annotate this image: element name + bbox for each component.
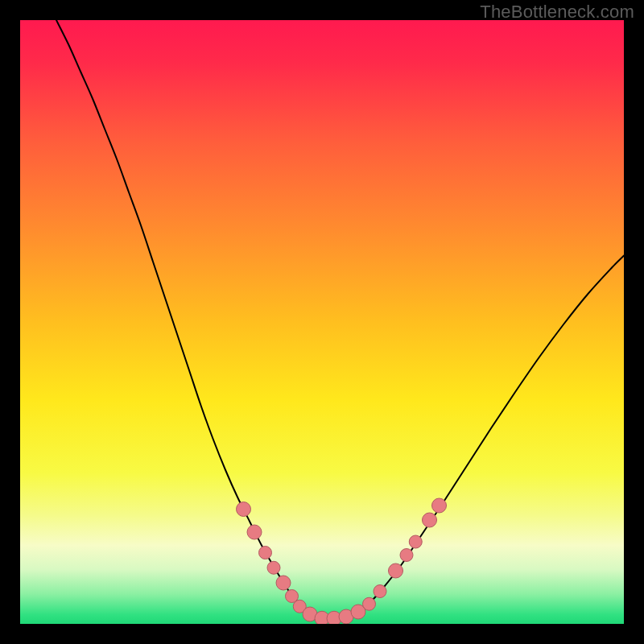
data-marker bbox=[267, 561, 280, 574]
chart-svg bbox=[20, 20, 624, 624]
chart-frame: TheBottleneck.com bbox=[0, 0, 644, 644]
data-marker bbox=[237, 502, 251, 517]
data-marker bbox=[423, 513, 437, 527]
watermark-text: TheBottleneck.com bbox=[480, 2, 634, 23]
data-marker bbox=[259, 547, 272, 559]
gradient-background bbox=[20, 20, 624, 624]
data-marker bbox=[389, 564, 403, 578]
data-marker bbox=[247, 525, 262, 539]
data-marker bbox=[276, 576, 291, 590]
data-marker bbox=[400, 549, 413, 562]
data-marker bbox=[432, 498, 447, 513]
data-marker bbox=[374, 585, 386, 598]
data-marker bbox=[409, 535, 422, 548]
data-marker bbox=[363, 597, 376, 610]
plot-area bbox=[20, 20, 624, 624]
